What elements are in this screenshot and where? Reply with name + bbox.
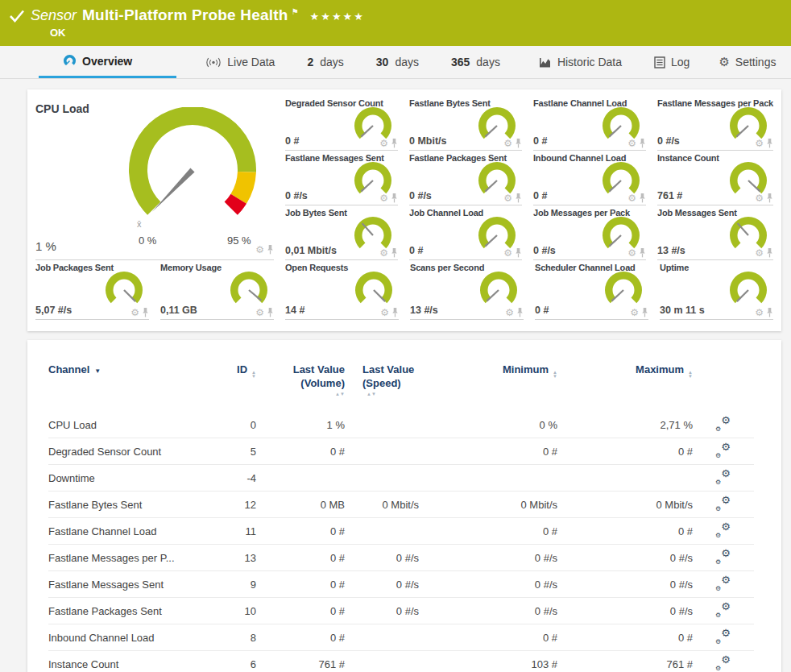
edit-channel-icon[interactable] [716, 657, 731, 670]
channel-actions [693, 492, 754, 518]
gauge-value: 13 #/s [657, 245, 685, 256]
channel-name: Fastlane Packages Sent [48, 598, 206, 624]
pin-icon[interactable] [639, 193, 646, 203]
column-header-id[interactable]: ID [206, 359, 256, 412]
channel-last-value-volume: 0 # [256, 438, 345, 465]
gauge-card-job-packages-sent: Job Packages Sent5,07 #/s [35, 260, 149, 320]
column-header-channel[interactable]: Channel [48, 359, 206, 412]
pin-icon[interactable] [267, 244, 274, 255]
tab-30-days[interactable]: 30 days [376, 46, 419, 78]
table-row-fastlane-bytes-sent[interactable]: Fastlane Bytes Sent120 MB0 Mbit/s0 Mbit/… [48, 492, 754, 518]
tab-live-data[interactable]: Live Data [205, 46, 275, 78]
edit-channel-icon[interactable] [716, 471, 731, 483]
pin-icon[interactable] [142, 307, 149, 317]
gear-icon[interactable] [255, 308, 264, 317]
pin-icon[interactable] [391, 193, 398, 203]
gear-icon[interactable] [755, 139, 764, 147]
edit-channel-icon[interactable] [716, 550, 731, 563]
gear-icon[interactable] [755, 308, 764, 317]
channel-last-value-volume [256, 465, 345, 492]
pin-icon[interactable] [516, 307, 524, 317]
gear-icon[interactable] [255, 245, 264, 254]
channel-minimum: 0 # [419, 518, 557, 545]
channel-id: 5 [206, 438, 256, 465]
tab-settings[interactable]: Settings [719, 46, 776, 78]
edit-channel-icon[interactable] [716, 444, 731, 457]
channel-name: Fastlane Messages per P... [48, 545, 206, 571]
channel-actions [693, 465, 754, 492]
table-row-cpu-load[interactable]: CPU Load01 %0 %2,71 % [48, 412, 754, 438]
edit-channel-icon[interactable] [716, 417, 731, 430]
average-marker: x̄ [137, 219, 142, 229]
tab-log[interactable]: Log [654, 46, 690, 78]
column-header-minimum[interactable]: Minimum [419, 359, 557, 412]
table-row-fastlane-messages-sent[interactable]: Fastlane Messages Sent90 #0 #/s0 #/s0 #/… [48, 571, 754, 598]
sort-desc-icon [94, 363, 101, 375]
edit-channel-icon[interactable] [716, 604, 731, 616]
pin-icon[interactable] [515, 193, 522, 203]
tab-2-days-unit: days [320, 56, 344, 68]
sort-icon [553, 371, 557, 379]
tab-historic-data[interactable]: Historic Data [539, 46, 622, 78]
gear-icon[interactable] [627, 248, 636, 257]
pin-icon[interactable] [515, 138, 522, 148]
pin-icon[interactable] [766, 138, 773, 148]
pin-icon[interactable] [766, 307, 773, 317]
pin-icon[interactable] [391, 138, 398, 148]
edit-channel-icon[interactable] [716, 630, 731, 643]
gauge-card-job-messages-sent: Job Messages Sent13 #/s [657, 205, 773, 260]
pin-icon[interactable] [639, 138, 646, 148]
pin-icon[interactable] [641, 307, 648, 317]
channel-last-value-speed: 0 #/s [345, 598, 419, 624]
column-header-last-value-speed[interactable]: Last Value(Speed) [345, 359, 419, 412]
edit-channel-icon[interactable] [716, 577, 731, 590]
gear-icon[interactable] [505, 308, 514, 317]
tab-2-days[interactable]: 2 days [307, 46, 343, 78]
gauge-card-job-channel-load: Job Channel Load0 # [409, 205, 522, 260]
flag-icon[interactable] [292, 7, 299, 16]
pin-icon[interactable] [267, 307, 274, 317]
gear-icon[interactable] [379, 193, 388, 202]
channel-name: Fastlane Messages Sent [48, 571, 206, 598]
gear-icon[interactable] [130, 308, 139, 317]
gear-icon[interactable] [380, 308, 389, 317]
channel-minimum: 0 #/s [419, 598, 557, 624]
pin-icon[interactable] [766, 247, 773, 258]
column-header-last-value-volume[interactable]: Last Value(Volume) [256, 359, 345, 412]
gauge-dial [725, 270, 772, 310]
gear-icon[interactable] [630, 308, 639, 317]
gear-icon[interactable] [627, 139, 636, 147]
gear-icon[interactable] [503, 248, 512, 257]
gear-icon[interactable] [379, 139, 388, 147]
gear-icon[interactable] [627, 193, 636, 202]
pin-icon[interactable] [391, 247, 398, 258]
pin-icon[interactable] [766, 193, 773, 203]
channel-name: Inbound Channel Load [48, 624, 206, 651]
edit-channel-icon[interactable] [716, 524, 731, 537]
channel-minimum: 0 % [419, 412, 557, 438]
table-row-inbound-channel-load[interactable]: Inbound Channel Load80 #0 #0 # [48, 624, 754, 651]
gear-icon[interactable] [755, 248, 764, 257]
table-row-downtime[interactable]: Downtime-4 [48, 465, 754, 492]
pin-icon[interactable] [515, 247, 522, 258]
table-row-degraded-sensor-count[interactable]: Degraded Sensor Count50 #0 #0 # [48, 438, 754, 465]
tab-30-days-number: 30 [376, 56, 389, 68]
column-header-maximum[interactable]: Maximum [557, 359, 693, 412]
table-row-instance-count[interactable]: Instance Count6761 #103 #761 # [48, 651, 754, 672]
gear-icon[interactable] [379, 248, 388, 257]
tab-overview[interactable]: Overview [39, 46, 176, 78]
channel-actions [693, 412, 754, 438]
edit-channel-icon[interactable] [716, 497, 731, 510]
table-row-fastlane-channel-load[interactable]: Fastlane Channel Load110 #0 #0 # [48, 518, 754, 545]
table-row-fastlane-packages-sent[interactable]: Fastlane Packages Sent100 #0 #/s0 #/s0 #… [48, 598, 754, 624]
priority-stars[interactable]: ★★★★★ [310, 10, 365, 23]
channel-last-value-speed [345, 438, 419, 465]
gauge-value: 761 # [657, 190, 682, 201]
gear-icon[interactable] [503, 139, 512, 147]
pin-icon[interactable] [639, 247, 646, 258]
tab-365-days[interactable]: 365 days [451, 46, 500, 78]
gear-icon[interactable] [755, 193, 764, 202]
pin-icon[interactable] [391, 307, 399, 317]
table-row-fastlane-messages-per-p[interactable]: Fastlane Messages per P...130 #0 #/s0 #/… [48, 545, 754, 571]
gear-icon[interactable] [503, 193, 512, 202]
